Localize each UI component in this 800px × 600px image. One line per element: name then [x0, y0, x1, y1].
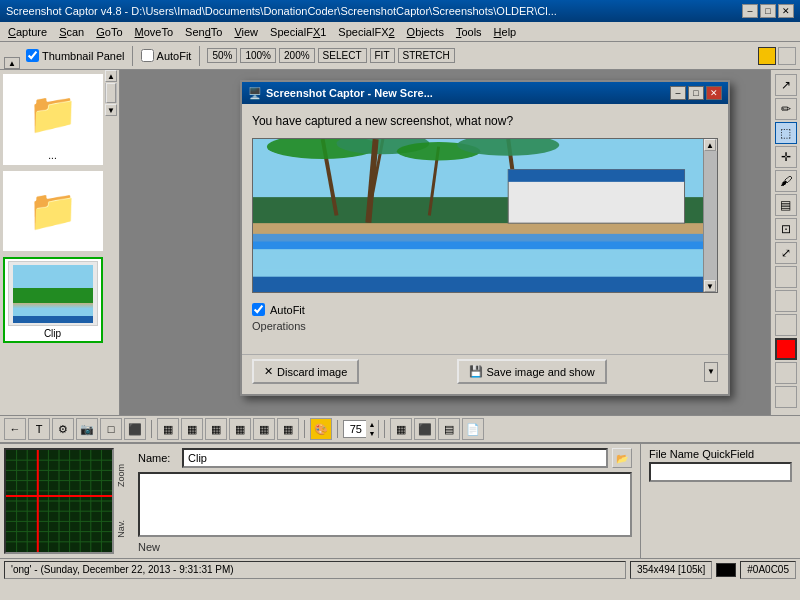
tb2-btn-6[interactable]: ⬛	[124, 418, 146, 440]
menu-objects[interactable]: Objects	[401, 24, 450, 40]
zoom-200-button[interactable]: 200%	[279, 48, 315, 63]
fq-input[interactable]	[649, 462, 792, 482]
scroll-up-btn[interactable]: ▲	[105, 70, 117, 82]
tool-blank5[interactable]	[775, 386, 797, 408]
modal-maximize-button[interactable]: □	[688, 86, 704, 100]
tb2-btn-10[interactable]: ▦	[229, 418, 251, 440]
svg-rect-4	[253, 249, 717, 269]
name-label: Name:	[138, 452, 178, 464]
modal-title-text: Screenshot Captor - New Scre...	[266, 87, 433, 99]
status-path: 'ong' - (Sunday, December 22, 2013 - 9:3…	[4, 561, 626, 579]
tool-blank1[interactable]	[775, 266, 797, 288]
preview-image	[253, 139, 717, 292]
tool-blank2[interactable]	[775, 290, 797, 312]
modal-autofit-checkbox[interactable]	[252, 303, 265, 316]
tb2-btn-11[interactable]: ▦	[253, 418, 275, 440]
zoom-spin-down[interactable]: ▼	[366, 429, 378, 438]
new-label: New	[138, 541, 632, 553]
tool-paint[interactable]: 🖌	[775, 170, 797, 192]
thumbnail-checkbox[interactable]	[26, 49, 39, 62]
menu-help[interactable]: Help	[488, 24, 523, 40]
tb2-btn-4[interactable]: 📷	[76, 418, 98, 440]
status-color-preview	[716, 563, 736, 577]
color-swatch-gray[interactable]	[778, 47, 796, 65]
tb2-btn-2[interactable]: T	[28, 418, 50, 440]
close-button[interactable]: ✕	[778, 4, 794, 18]
menu-sendto[interactable]: SendTo	[179, 24, 228, 40]
tool-transform[interactable]: ⤢	[775, 242, 797, 264]
tb2-btn-1[interactable]: ←	[4, 418, 26, 440]
color-swatch-yellow[interactable]	[758, 47, 776, 65]
minimize-button[interactable]: –	[742, 4, 758, 18]
tool-blank4[interactable]	[775, 362, 797, 384]
preview-scroll-down[interactable]: ▼	[704, 280, 716, 292]
tb2-btn-16[interactable]: 📄	[462, 418, 484, 440]
tb2-btn-15[interactable]: ▤	[438, 418, 460, 440]
zoom-stretch-button[interactable]: STRETCH	[398, 48, 455, 63]
scroll-thumb[interactable]	[106, 83, 116, 103]
thumbnail-folder2[interactable]: 📁	[3, 171, 103, 251]
notes-textarea[interactable]	[138, 472, 632, 537]
save-show-button[interactable]: 💾 Save image and show	[457, 359, 607, 384]
zoom-spin-up[interactable]: ▲	[366, 420, 378, 429]
menu-specialfx1[interactable]: SpecialFX1	[264, 24, 332, 40]
thumbnail-folder1[interactable]: 📁 ...	[3, 74, 103, 165]
discard-image-button[interactable]: ✕ Discard image	[252, 359, 359, 384]
file-name-quickfield: File Name QuickField	[640, 444, 800, 558]
tb2-btn-3[interactable]: ⚙	[52, 418, 74, 440]
tb2-btn-12[interactable]: ▦	[277, 418, 299, 440]
scroll-down-btn[interactable]: ▼	[105, 104, 117, 116]
tb2-btn-13[interactable]: ▦	[390, 418, 412, 440]
tb2-btn-5[interactable]: □	[100, 418, 122, 440]
autofit-checkbox[interactable]	[141, 49, 154, 62]
tool-arrow[interactable]: ↗	[775, 74, 797, 96]
tool-pencil[interactable]: ✏	[775, 98, 797, 120]
preview-scroll-up[interactable]: ▲	[704, 139, 716, 151]
menu-scan[interactable]: Scan	[53, 24, 90, 40]
modal-dialog: 🖥️ Screenshot Captor - New Scre... – □ ✕…	[240, 80, 730, 396]
operations-label: Operations	[252, 320, 718, 332]
name-input[interactable]	[182, 448, 608, 468]
folder-icon-2: 📁	[8, 175, 98, 245]
tool-color-red[interactable]	[775, 338, 797, 360]
tool-fill[interactable]: ▤	[775, 194, 797, 216]
preview-svg	[253, 139, 717, 292]
tb2-btn-7[interactable]: ▦	[157, 418, 179, 440]
clip-label: Clip	[44, 328, 61, 339]
modal-close-button[interactable]: ✕	[706, 86, 722, 100]
tool-blank3[interactable]	[775, 314, 797, 336]
zoom-fit-button[interactable]: FIT	[370, 48, 395, 63]
modal-minimize-button[interactable]: –	[670, 86, 686, 100]
zoom-spinner: ▲ ▼	[366, 420, 378, 438]
thumbnail-clip[interactable]: Clip	[3, 257, 103, 343]
tb2-btn-8[interactable]: ▦	[181, 418, 203, 440]
tool-select[interactable]: ⬚	[775, 122, 797, 144]
scroll-up-arrow[interactable]: ▲	[4, 57, 20, 69]
save-label: Save image and show	[487, 366, 595, 378]
tool-crop[interactable]: ⊡	[775, 218, 797, 240]
grid-svg	[6, 450, 112, 552]
zoom-select-button[interactable]: SELECT	[318, 48, 367, 63]
status-dimensions: 354x494 [105k]	[630, 561, 712, 579]
menu-view[interactable]: View	[228, 24, 264, 40]
browse-button[interactable]: 📂	[612, 448, 632, 468]
right-tool-panel: ↗ ✏ ⬚ ✛ 🖌 ▤ ⊡ ⤢	[770, 70, 800, 415]
zoom-50-button[interactable]: 50%	[207, 48, 237, 63]
menu-goto[interactable]: GoTo	[90, 24, 128, 40]
modal-content: You have captured a new screenshot, what…	[242, 104, 728, 350]
menu-tools[interactable]: Tools	[450, 24, 488, 40]
menu-moveto[interactable]: MoveTo	[129, 24, 180, 40]
maximize-button[interactable]: □	[760, 4, 776, 18]
thumbnail-panel-toggle[interactable]: Thumbnail Panel	[26, 49, 125, 62]
tool-crosshair[interactable]: ✛	[775, 146, 797, 168]
status-color-hex: #0A0C05	[740, 561, 796, 579]
discard-label: Discard image	[277, 366, 347, 378]
zoom-nav-panel	[4, 448, 114, 554]
tb2-btn-color[interactable]: 🎨	[310, 418, 332, 440]
zoom-100-button[interactable]: 100%	[240, 48, 276, 63]
menu-capture[interactable]: Capture	[2, 24, 53, 40]
modal-scroll-down-arrow[interactable]: ▼	[704, 362, 718, 382]
tb2-btn-9[interactable]: ▦	[205, 418, 227, 440]
menu-specialfx2[interactable]: SpecialFX2	[332, 24, 400, 40]
tb2-btn-14[interactable]: ⬛	[414, 418, 436, 440]
